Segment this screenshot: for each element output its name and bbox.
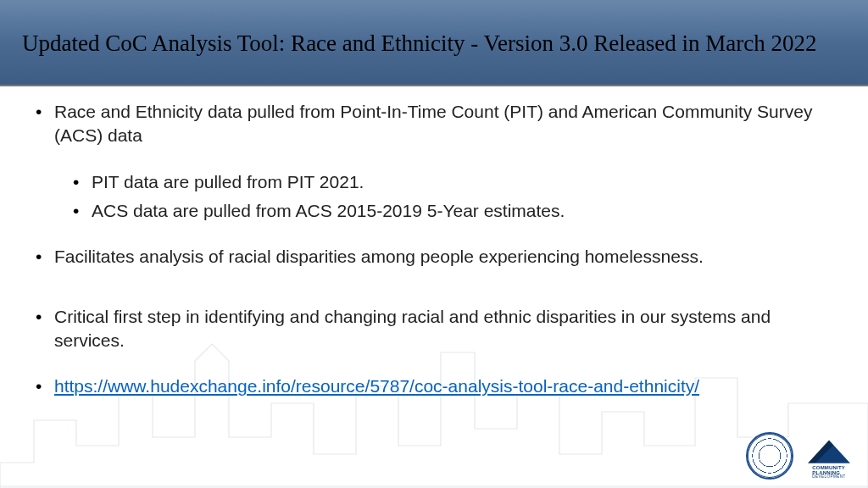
bullet-text: PIT data are pulled from PIT 2021. — [92, 172, 364, 191]
logo-strip: COMMUNITY PLANNING DEVELOPMENT — [746, 432, 856, 480]
bullet-text: ACS data are pulled from ACS 2015-2019 5… — [92, 201, 565, 220]
title-band: Updated CoC Analysis Tool: Race and Ethn… — [0, 0, 868, 86]
bullet-list: Critical first step in identifying and c… — [31, 305, 837, 353]
cpd-logo: COMMUNITY PLANNING DEVELOPMENT — [802, 435, 856, 480]
bullet-list: Facilitates analysis of racial dispariti… — [31, 245, 837, 269]
bullet-text: Critical first step in identifying and c… — [54, 307, 771, 350]
bullet-item-link: https://www.hudexchange.info/resource/57… — [31, 374, 837, 398]
bullet-item: Race and Ethnicity data pulled from Poin… — [31, 100, 837, 148]
bullet-list: Race and Ethnicity data pulled from Poin… — [31, 100, 837, 148]
bullet-item: PIT data are pulled from PIT 2021. — [68, 170, 837, 194]
slide: Updated CoC Analysis Tool: Race and Ethn… — [0, 0, 868, 488]
bullet-item: ACS data are pulled from ACS 2015-2019 5… — [68, 199, 837, 223]
cpd-mark-icon — [808, 435, 850, 463]
cpd-line: DEVELOPMENT — [812, 475, 846, 480]
slide-title: Updated CoC Analysis Tool: Race and Ethn… — [22, 28, 816, 58]
bullet-text: Facilitates analysis of racial dispariti… — [54, 247, 704, 266]
bullet-text: Race and Ethnicity data pulled from Poin… — [54, 102, 812, 145]
bullet-item: Critical first step in identifying and c… — [31, 305, 837, 353]
bullet-list: https://www.hudexchange.info/resource/57… — [31, 374, 837, 398]
hud-seal-icon — [746, 432, 793, 480]
resource-link[interactable]: https://www.hudexchange.info/resource/57… — [54, 376, 699, 396]
cpd-logo-text: COMMUNITY PLANNING DEVELOPMENT — [812, 465, 846, 480]
bullet-list: PIT data are pulled from PIT 2021. ACS d… — [31, 170, 837, 224]
slide-body: Race and Ethnicity data pulled from Poin… — [31, 100, 837, 478]
bullet-item: Facilitates analysis of racial dispariti… — [31, 245, 837, 269]
